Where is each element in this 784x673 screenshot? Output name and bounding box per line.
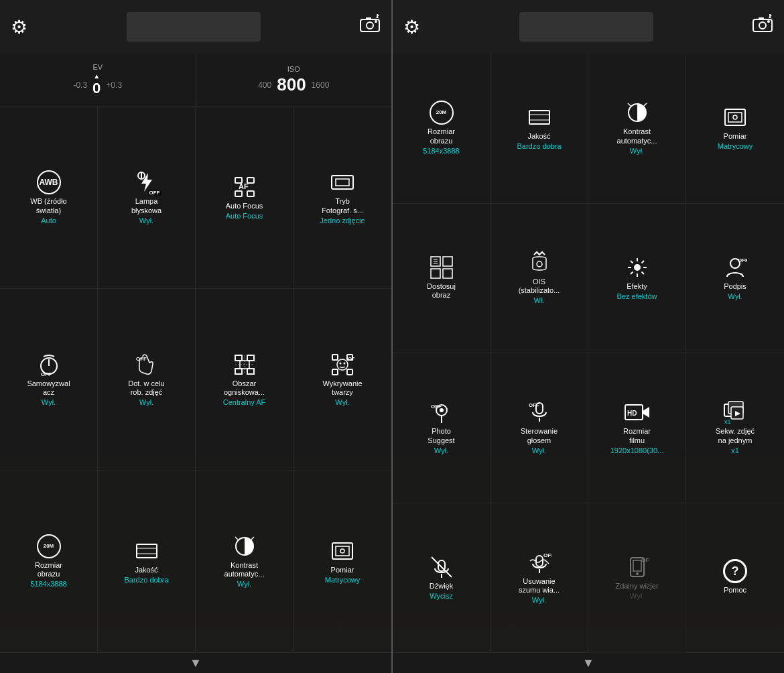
remote-viewer-name: Zdalny wizjer	[615, 582, 658, 591]
focus-area-icon	[233, 353, 257, 377]
auto-contrast-cell-left[interactable]: Kontrastautomatyc... Wył.	[196, 471, 293, 653]
auto-contrast-cell-right[interactable]: Kontrastautomatyc... Wył.	[588, 54, 686, 204]
svg-line-68	[641, 271, 644, 274]
timer-name: Samowyzwalacz	[27, 379, 70, 397]
measure-name-right: Pomiar	[724, 132, 747, 141]
video-size-name: Rozmiarfilmu	[623, 427, 651, 444]
seq-shots-cell[interactable]: x1 Sekw. zdjęćna jednym x1	[686, 353, 784, 503]
settings-gear-icon-right[interactable]: ⚙	[403, 16, 420, 38]
iso-values: 400 800 1600	[258, 74, 329, 95]
ev-right-value: +0.3	[106, 80, 122, 90]
svg-rect-10	[247, 191, 254, 196]
svg-rect-13	[336, 179, 349, 186]
svg-text:OFF: OFF	[641, 557, 649, 563]
ois-value: Wł.	[534, 296, 545, 305]
video-size-value: 1920x1080(30...	[610, 446, 664, 455]
svg-point-95	[636, 572, 639, 575]
measure-icon-wrapper-left	[330, 539, 354, 563]
flash-name: Lampabłyskowa	[131, 197, 161, 215]
ev-left-value: -0.3	[73, 80, 87, 90]
auto-contrast-icon-wrapper-right	[625, 101, 649, 125]
af-icon: AF	[233, 175, 257, 199]
svg-rect-27	[347, 369, 352, 375]
svg-rect-18	[247, 355, 254, 361]
photo-suggest-cell[interactable]: OFF PhotoSuggest Wył.	[393, 353, 491, 503]
chevron-row-right[interactable]: ▼	[393, 653, 784, 673]
timer-cell[interactable]: OFF Samowyzwalacz Wył.	[0, 289, 98, 471]
svg-point-44	[767, 20, 770, 23]
flash-value: Wył.	[139, 217, 153, 225]
voice-control-icon-wrapper: OFF	[527, 400, 551, 424]
video-size-cell[interactable]: HD Rozmiarfilmu 1920x1080(30...	[588, 353, 686, 503]
image-size-name-left: Rozmiarobrazu	[35, 561, 62, 578]
image-size-cell-right[interactable]: 20M Rozmiarobrazu 5184x3888	[393, 54, 491, 204]
camera-switch-icon-left[interactable]	[359, 14, 381, 40]
photo-mode-icon-wrapper	[330, 170, 354, 194]
af-name: Auto Focus	[226, 202, 263, 210]
touch-shot-cell[interactable]: OFF Dot. w celurob. zdjęć Wył.	[98, 289, 196, 471]
help-cell[interactable]: ? Pomoc	[686, 503, 784, 654]
adjust-image-name: Dostosujobraz	[427, 282, 456, 300]
svg-rect-94	[633, 560, 641, 571]
face-detect-cell[interactable]: OFF Wykrywanietwarzy Wył.	[293, 289, 391, 471]
voice-control-name: Sterowaniegłosem	[521, 427, 558, 444]
svg-point-30	[344, 362, 346, 364]
quality-cell-left[interactable]: Jakość Bardzo dobra	[98, 471, 196, 653]
quality-cell-right[interactable]: Jakość Bardzo dobra	[491, 54, 588, 204]
auto-contrast-name-left: Kontrastautomatyc...	[224, 561, 265, 578]
chevron-row-left[interactable]: ▼	[0, 653, 391, 673]
measure-cell-left[interactable]: Pomiar Matrycowy	[293, 471, 391, 653]
quality-icon-wrapper-right	[527, 105, 551, 129]
svg-text:OFF: OFF	[431, 404, 442, 410]
auto-contrast-value-right: Wył.	[630, 147, 644, 156]
measure-value-left: Matrycowy	[325, 576, 361, 585]
auto-contrast-icon-wrapper-left	[233, 534, 257, 558]
af-value: Auto Focus	[226, 212, 263, 221]
svg-text:x1: x1	[724, 418, 731, 424]
iso-section: ISO 400 800 1600	[196, 54, 392, 107]
svg-rect-2	[366, 17, 371, 20]
settings-panel-right: 20M Rozmiarobrazu 5184x3888 Jakość Bardz…	[393, 54, 784, 673]
settings-panel-left: EV -0.3 ▲ 0 +0.3 ISO 400 800 1600	[0, 54, 391, 673]
seq-shots-value: x1	[731, 446, 739, 455]
af-cell[interactable]: AF Auto Focus Auto Focus	[196, 107, 293, 289]
photo-mode-cell[interactable]: TrybFotograf. s... Jedno zdjęcie	[293, 107, 391, 289]
measure-icon-wrapper-right	[723, 105, 747, 129]
effects-icon	[625, 255, 649, 280]
svg-text:OFF: OFF	[136, 356, 147, 362]
signature-cell[interactable]: OFF Podpis Wył.	[686, 204, 784, 354]
noise-removal-icon: OFF	[527, 550, 551, 574]
image-size-cell-left[interactable]: 20M Rozmiarobrazu 5184x3888	[0, 471, 98, 653]
flash-cell[interactable]: OFF Lampabłyskowa Wył.	[98, 107, 196, 289]
focus-area-name: Obszarogniskowa...	[224, 379, 265, 397]
voice-control-cell[interactable]: OFF Sterowaniegłosem Wył.	[491, 353, 588, 503]
ev-center-value: ▲ 0	[92, 72, 101, 97]
effects-cell[interactable]: Efekty Bez efektów	[588, 204, 686, 354]
top-bar-left: ⚙	[0, 0, 391, 54]
remote-viewer-cell[interactable]: OFF Zdalny wizjer Wył.	[588, 503, 686, 654]
wb-cell[interactable]: AWB WB (źródłoświatła) Auto	[0, 107, 98, 289]
seq-shots-icon: x1	[723, 400, 747, 424]
svg-line-36	[235, 537, 238, 540]
settings-gear-icon-left[interactable]: ⚙	[11, 16, 27, 38]
video-size-icon: HD	[625, 400, 650, 424]
measure-cell-right[interactable]: Pomiar Matrycowy	[686, 54, 784, 204]
svg-line-49	[628, 103, 631, 106]
svg-rect-39	[336, 546, 349, 556]
camera-switch-icon-right[interactable]	[752, 14, 773, 40]
focus-area-cell[interactable]: Obszarogniskowa... Centralny AF	[196, 289, 293, 471]
adjust-image-cell[interactable]: Dostosujobraz	[393, 204, 491, 354]
top-bar-center-right	[519, 12, 653, 42]
quality-name-left: Jakość	[135, 566, 157, 574]
photo-mode-name: TrybFotograf. s...	[322, 197, 363, 215]
face-detect-icon: OFF	[330, 353, 354, 377]
quality-value-left: Bardzo dobra	[124, 576, 168, 585]
ois-cell[interactable]: OIS(stabilizato... Wł.	[491, 204, 588, 354]
auto-contrast-icon-right	[625, 101, 649, 125]
svg-rect-55	[443, 257, 452, 266]
help-icon: ?	[723, 559, 747, 583]
timer-icon: OFF	[37, 353, 61, 377]
svg-rect-32	[137, 544, 157, 558]
sound-cell[interactable]: Dźwięk Wycisz	[393, 503, 491, 654]
noise-removal-cell[interactable]: OFF Usuwanieszumu wia... Wył.	[491, 503, 588, 654]
